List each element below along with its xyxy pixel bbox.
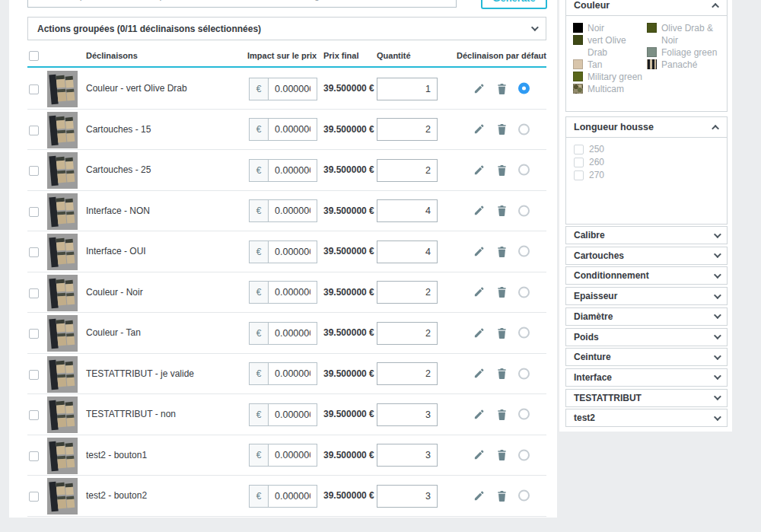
attribute-group-bar-testattribut[interactable]: TESTATTRIBUT (565, 389, 728, 407)
default-radio[interactable] (518, 286, 530, 298)
length-option[interactable]: 250 (574, 144, 719, 155)
quantity-input[interactable] (377, 281, 438, 304)
attribute-group-bar-epaisseur[interactable]: Epaisseur (565, 287, 728, 305)
default-radio[interactable] (518, 83, 530, 94)
impact-price-input[interactable] (269, 485, 317, 508)
option-checkbox[interactable] (574, 170, 584, 180)
edit-button[interactable] (472, 123, 486, 136)
length-option[interactable]: 270 (574, 170, 719, 180)
edit-button[interactable] (472, 367, 486, 381)
combine-attributes-input[interactable] (27, 0, 457, 8)
quantity-input[interactable] (377, 118, 438, 141)
color-option[interactable]: Noir (573, 22, 647, 34)
impact-price-input[interactable] (269, 118, 317, 141)
delete-button[interactable] (495, 244, 508, 258)
impact-price-input[interactable] (269, 159, 317, 182)
default-radio[interactable] (518, 164, 530, 176)
default-radio[interactable] (518, 123, 530, 135)
delete-button[interactable] (495, 489, 508, 502)
product-thumbnail[interactable] (47, 112, 78, 148)
option-checkbox[interactable] (574, 145, 584, 155)
impact-price-input[interactable] (269, 403, 317, 426)
product-thumbnail[interactable] (47, 478, 78, 514)
color-option[interactable]: Olive Drab & Noir (647, 22, 721, 46)
attribute-card-couleur-header[interactable]: Couleur (566, 0, 727, 16)
product-thumbnail[interactable] (47, 71, 78, 107)
quantity-input[interactable] (377, 403, 438, 426)
product-thumbnail[interactable] (47, 193, 78, 230)
row-checkbox[interactable] (29, 207, 39, 217)
default-radio[interactable] (518, 490, 530, 502)
default-radio[interactable] (518, 409, 530, 420)
delete-button[interactable] (495, 285, 508, 299)
color-option[interactable]: Tan (573, 59, 647, 71)
attribute-group-bar-calibre[interactable]: Calibre (565, 226, 728, 244)
attribute-card-longueur-header[interactable]: Longueur housse (566, 117, 727, 138)
quantity-input[interactable] (377, 322, 438, 345)
delete-button[interactable] (495, 367, 508, 381)
row-checkbox[interactable] (29, 370, 39, 380)
row-checkbox[interactable] (29, 451, 39, 461)
row-checkbox[interactable] (29, 492, 39, 502)
quantity-input[interactable] (377, 241, 438, 263)
delete-button[interactable] (495, 163, 508, 177)
edit-button[interactable] (472, 163, 486, 177)
default-radio[interactable] (518, 327, 530, 339)
impact-price-input[interactable] (269, 322, 317, 345)
edit-button[interactable] (472, 244, 486, 258)
edit-button[interactable] (472, 489, 486, 502)
option-checkbox[interactable] (574, 158, 584, 167)
impact-price-input[interactable] (269, 78, 317, 100)
color-option[interactable]: vert Olive Drab (573, 34, 647, 59)
delete-button[interactable] (495, 81, 508, 95)
quantity-input[interactable] (377, 362, 438, 385)
color-option[interactable]: Foliage green (647, 46, 721, 59)
impact-price-input[interactable] (269, 241, 317, 263)
default-radio[interactable] (518, 246, 530, 257)
quantity-input[interactable] (377, 199, 438, 222)
delete-button[interactable] (495, 448, 508, 462)
color-option[interactable]: Military green (573, 71, 647, 83)
row-checkbox[interactable] (29, 166, 39, 176)
impact-price-input[interactable] (269, 199, 317, 222)
edit-button[interactable] (472, 81, 486, 95)
quantity-input[interactable] (377, 444, 438, 467)
row-checkbox[interactable] (29, 329, 39, 339)
attribute-group-bar-interface[interactable]: Interface (565, 368, 728, 387)
delete-button[interactable] (495, 204, 508, 218)
product-thumbnail[interactable] (47, 315, 78, 352)
edit-button[interactable] (472, 407, 486, 421)
row-checkbox[interactable] (29, 247, 39, 257)
bulk-actions-bar[interactable]: Actions groupées (0/11 déclinaisons séle… (27, 17, 546, 40)
default-radio[interactable] (518, 449, 530, 460)
product-thumbnail[interactable] (47, 438, 78, 474)
attribute-group-bar-ceinture[interactable]: Ceinture (565, 348, 728, 366)
row-checkbox[interactable] (29, 84, 39, 94)
delete-button[interactable] (495, 123, 508, 136)
edit-button[interactable] (472, 448, 486, 462)
row-checkbox[interactable] (29, 288, 39, 298)
attribute-group-bar-test2[interactable]: test2 (565, 409, 728, 427)
default-radio[interactable] (518, 368, 530, 379)
delete-button[interactable] (495, 407, 508, 421)
quantity-input[interactable] (377, 485, 438, 508)
product-thumbnail[interactable] (47, 356, 78, 393)
edit-button[interactable] (472, 326, 486, 339)
attribute-group-bar-diam-tre[interactable]: Diamètre (565, 307, 728, 326)
impact-price-input[interactable] (269, 281, 317, 304)
color-option[interactable]: Multicam (573, 83, 647, 95)
product-thumbnail[interactable] (47, 152, 78, 189)
color-option[interactable]: Panaché (647, 59, 721, 71)
row-checkbox[interactable] (29, 126, 39, 135)
impact-price-input[interactable] (269, 362, 317, 385)
edit-button[interactable] (472, 204, 486, 218)
generate-button[interactable]: Generate (481, 0, 547, 9)
product-thumbnail[interactable] (47, 397, 78, 433)
delete-button[interactable] (495, 326, 508, 339)
attribute-group-bar-cartouches[interactable]: Cartouches (565, 247, 728, 265)
length-option[interactable]: 260 (574, 157, 719, 167)
edit-button[interactable] (472, 285, 486, 299)
row-checkbox[interactable] (29, 410, 39, 420)
attribute-group-bar-conditionnement[interactable]: Conditionnement (565, 266, 728, 285)
quantity-input[interactable] (377, 159, 438, 182)
